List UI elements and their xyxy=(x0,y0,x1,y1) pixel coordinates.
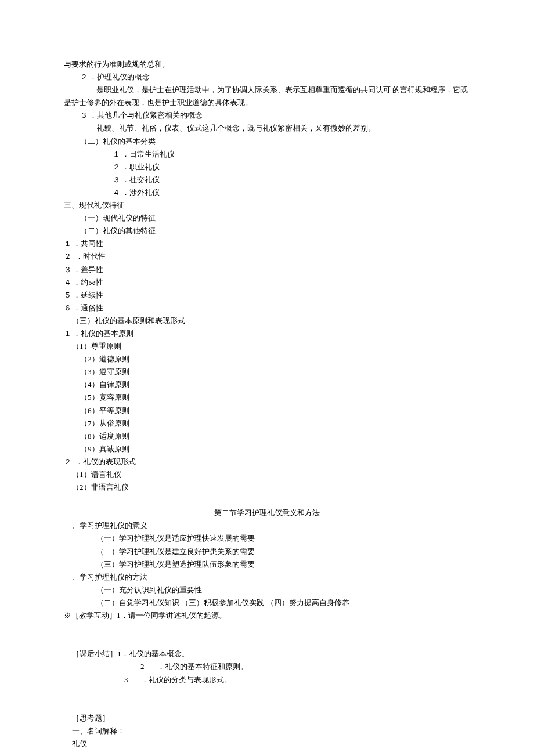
text-line: （7）从俗原则 xyxy=(64,417,470,430)
text-line: ２ ．职业礼仪 xyxy=(64,161,470,173)
text-line: （2）道德原则 xyxy=(64,353,470,366)
text-line xyxy=(64,686,470,699)
text-line: 与要求的行为准则或规的总和。 xyxy=(64,58,470,71)
text-line: （二）礼仪的基本分类 xyxy=(64,135,470,148)
text-line xyxy=(64,494,470,507)
text-line: 、学习护理礼仪的意义 xyxy=(64,519,470,532)
text-line: ３ ．其他几个与礼仪紧密相关的概念 xyxy=(64,109,470,122)
text-line: １ ．日常生活礼仪 xyxy=(64,148,470,161)
document-page: 与要求的行为准则或规的总和。２ ．护理礼仪的概念是职业礼仪，是护士在护理活动中，… xyxy=(0,0,534,756)
text-line: ※［教学互动］1．请一位同学讲述礼仪的起源。 xyxy=(64,609,470,622)
text-line: ３ ．社交礼仪 xyxy=(64,173,470,186)
text-line: 礼仪 xyxy=(64,737,470,750)
text-line xyxy=(64,635,470,648)
text-line: （二）学习护理礼仪是建立良好护患关系的需要 xyxy=(64,545,470,558)
text-line: （6）平等原则 xyxy=(64,404,470,417)
text-line: （1）语言礼仪 xyxy=(64,468,470,481)
text-line: 三、现代礼仪特征 xyxy=(64,199,470,212)
text-line xyxy=(64,699,470,712)
text-line: （5）宽容原则 xyxy=(64,391,470,404)
text-line: 第二节学习护理礼仪意义和方法 xyxy=(64,507,470,519)
text-line: ４ ．涉外礼仪 xyxy=(64,186,470,199)
text-line xyxy=(64,622,470,635)
text-line: （二）自觉学习礼仪知识 （三）积极参加礼仪实践 （四）努力提高自身修养 xyxy=(64,596,470,609)
text-line: （3）遵守原则 xyxy=(64,366,470,378)
text-line: 、学习护理礼仪的方法 xyxy=(64,571,470,584)
text-line: （一）充分认识到礼仪的重要性 xyxy=(64,584,470,596)
text-line: 礼貌、礼节、礼俗，仪表、仪式这几个概念，既与礼仪紧密相关，又有微妙的差别。 xyxy=(64,122,470,135)
text-line: ３ ．差异性 xyxy=(64,263,470,276)
text-line: 是护士修养的外在表现，也是护士职业道德的具体表现。 xyxy=(64,96,470,109)
text-line: （三）学习护理礼仪是塑造护理队伍形象的需要 xyxy=(64,558,470,571)
text-line: （二）礼仪的其他特征 xyxy=(64,225,470,237)
text-line: ［思考题］ xyxy=(64,712,470,725)
document-body: 与要求的行为准则或规的总和。２ ．护理礼仪的概念是职业礼仪，是护士在护理活动中，… xyxy=(64,58,470,750)
text-line: （8）适度原则 xyxy=(64,430,470,443)
text-line: （9）真诚原则 xyxy=(64,443,470,455)
text-line: （2）非语言礼仪 xyxy=(64,481,470,494)
text-line: １ ．礼仪的基本原则 xyxy=(64,327,470,340)
text-line: ６ ．通俗性 xyxy=(64,302,470,314)
text-line: ５ ．延续性 xyxy=(64,289,470,302)
text-line: ［课后小结］1．礼仪的基本概念。 xyxy=(64,648,470,660)
text-line: ２ ．礼仪的表现形式 xyxy=(64,455,470,468)
text-line: 3 ．礼仪的分类与表现形式。 xyxy=(64,674,470,686)
text-line: ４ ．约束性 xyxy=(64,276,470,289)
text-line: （1）尊重原则 xyxy=(64,340,470,353)
text-line: （一）现代礼仪的特征 xyxy=(64,212,470,225)
text-line: （4）自律原则 xyxy=(64,378,470,391)
text-line: （三）礼仪的基本原则和表现形式 xyxy=(64,314,470,327)
text-line: ２ ．护理礼仪的概念 xyxy=(64,71,470,84)
text-line: １ ．共同性 xyxy=(64,237,470,250)
text-line: （一）学习护理礼仪是适应护理快速发展的需要 xyxy=(64,532,470,545)
text-line: 2 ．礼仪的基本特征和原则。 xyxy=(64,660,470,673)
text-line: 一、名词解释： xyxy=(64,725,470,737)
text-line: 是职业礼仪，是护士在护理活动中，为了协调人际关系、表示互相尊重而遵循的共同认可 … xyxy=(64,84,470,96)
text-line: ２ ．时代性 xyxy=(64,250,470,263)
